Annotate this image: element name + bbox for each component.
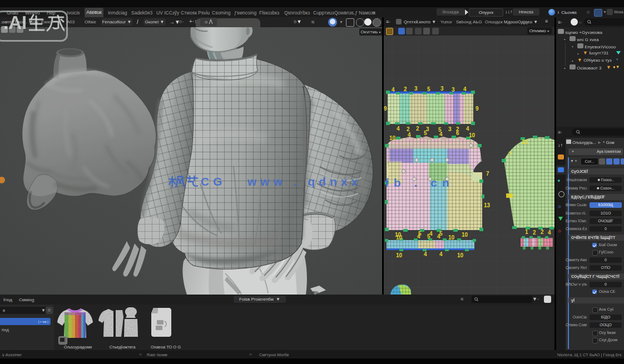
svg-text:4: 4	[392, 87, 395, 93]
svg-text:10: 10	[396, 252, 403, 258]
svg-text:3: 3	[448, 126, 452, 132]
svg-text:13: 13	[484, 202, 491, 208]
svg-text:4: 4	[417, 233, 420, 240]
svg-text:3: 3	[452, 87, 455, 93]
svg-text:6: 6	[456, 130, 459, 136]
svg-text:4: 4	[439, 131, 443, 137]
svg-text:2: 2	[533, 230, 536, 236]
svg-text:9: 9	[384, 106, 387, 112]
svg-text:3: 3	[440, 86, 444, 92]
svg-text:10: 10	[462, 232, 468, 238]
svg-text:7: 7	[508, 151, 512, 157]
svg-text:4: 4	[437, 233, 440, 240]
svg-text:10: 10	[396, 235, 403, 241]
svg-text:2: 2	[541, 229, 544, 235]
svg-text:4: 4	[463, 86, 467, 92]
svg-text:10: 10	[457, 252, 464, 258]
svg-text:10: 10	[389, 135, 396, 141]
svg-text:4: 4	[408, 132, 411, 138]
svg-text:4: 4	[466, 126, 469, 132]
svg-text:5: 5	[427, 86, 430, 92]
svg-text:4: 4	[548, 230, 551, 236]
svg-text:2: 2	[416, 126, 419, 132]
svg-text:2: 2	[404, 86, 407, 92]
svg-text:4: 4	[424, 251, 427, 257]
svg-text:1: 1	[525, 229, 528, 235]
svg-text:9: 9	[476, 106, 479, 112]
svg-text:4: 4	[439, 251, 443, 257]
svg-text:Rb: Rb	[313, 290, 319, 295]
svg-text:10: 10	[469, 132, 476, 138]
svg-text:5: 5	[424, 130, 427, 136]
svg-text:3: 3	[414, 86, 418, 92]
svg-text:4: 4	[397, 126, 400, 132]
svg-text:7: 7	[486, 171, 489, 177]
svg-text:13: 13	[522, 139, 528, 145]
svg-text:10: 10	[448, 235, 455, 241]
svg-text:5: 5	[427, 233, 430, 240]
